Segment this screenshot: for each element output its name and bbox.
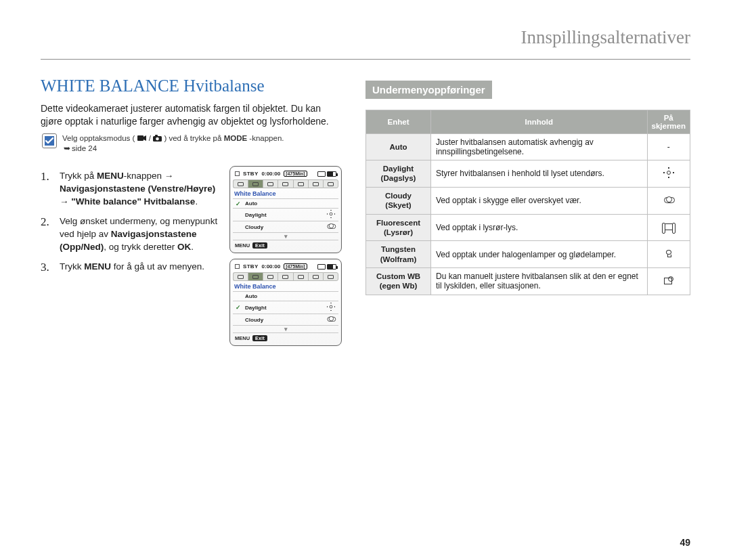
lcd-tab bbox=[263, 179, 278, 188]
table-row: Fluorescent(Lysrør)Ved opptak i lysrør-l… bbox=[366, 214, 690, 241]
mode-note-post: ) ved å trykke på bbox=[164, 134, 223, 142]
step-1: 1. Trykk på MENU-knappen → Navigasjonsta… bbox=[41, 170, 221, 209]
lcd-footer: MENUExit bbox=[233, 242, 338, 249]
th-unit: Enhet bbox=[366, 110, 431, 134]
check-mark-icon bbox=[236, 317, 241, 322]
lcd-topbar: STBY0:00:00[475Min] bbox=[233, 262, 338, 272]
lcd-tab bbox=[323, 272, 338, 281]
lcd-screen-2: STBY0:00:00[475Min]White BalanceAuto✓Day… bbox=[229, 259, 342, 346]
step-text: Trykk MENU for å gå ut av menyen. bbox=[60, 261, 204, 274]
lcd-menu: Auto✓DaylightCloudy▾ bbox=[233, 291, 338, 333]
table-row: AutoJuster hvitbalansen automatisk avhen… bbox=[366, 134, 690, 160]
custom-wb-icon bbox=[664, 276, 673, 284]
exit-button: Exit bbox=[252, 335, 267, 341]
cell-unit: Cloudy(Skyet) bbox=[366, 187, 431, 214]
mode-note-text: Velg opptaksmodus ( / ) ved å trykke på … bbox=[62, 133, 284, 154]
table-row: Cloudy(Skyet)Ved opptak i skygge eller o… bbox=[366, 187, 690, 214]
intro-text: Dette videokameraet justerer automatisk … bbox=[41, 102, 342, 128]
lcd-tab bbox=[293, 179, 308, 188]
svg-point-3 bbox=[156, 137, 159, 140]
stby-label: STBY bbox=[243, 171, 259, 177]
sun-icon bbox=[328, 211, 334, 218]
table-row: Daylight(Dagslys)Styrer hvitbalansen i h… bbox=[366, 160, 690, 188]
lcd-topbar: STBY0:00:00[475Min] bbox=[233, 169, 338, 179]
mode-note: Velg opptaksmodus ( / ) ved å trykke på … bbox=[42, 133, 342, 154]
cell-icon bbox=[647, 241, 690, 268]
chevron-down-icon: ▾ bbox=[284, 233, 288, 240]
lcd-tab bbox=[278, 272, 292, 281]
cell-icon bbox=[647, 187, 690, 214]
menu-item: ✓Daylight bbox=[233, 301, 338, 314]
lcd-tab bbox=[323, 179, 338, 188]
menu-label: MENU bbox=[235, 242, 250, 249]
svg-rect-4 bbox=[155, 135, 158, 137]
tab-glyph-icon bbox=[267, 275, 273, 279]
tab-glyph-icon bbox=[298, 275, 304, 279]
cell-unit: Fluorescent(Lysrør) bbox=[366, 214, 431, 241]
menu-item: Daylight bbox=[233, 209, 338, 221]
cell-unit: Tungsten(Wolfram) bbox=[366, 241, 431, 268]
menu-item-icon bbox=[326, 223, 336, 231]
cloud-icon bbox=[327, 223, 334, 229]
step-2: 2. Velg ønsket undermeny, og menypunkt v… bbox=[41, 215, 221, 254]
svg-rect-1 bbox=[137, 135, 143, 141]
sun-icon bbox=[328, 304, 334, 311]
menu-item-label: Cloudy bbox=[245, 224, 322, 230]
lcd-tabs bbox=[233, 272, 338, 281]
check-mark-icon: ✓ bbox=[236, 201, 241, 207]
cell-content: Du kan manuelt justere hvitbalansen slik… bbox=[431, 268, 648, 295]
lcd-tab bbox=[233, 179, 248, 188]
duration-badge: [475Min] bbox=[284, 171, 307, 177]
menu-item-label: Auto bbox=[245, 293, 322, 299]
duration-badge: [475Min] bbox=[284, 263, 307, 270]
cell-content: Styrer hvitbalansen i henhold til lyset … bbox=[431, 160, 648, 188]
lcd-tabs bbox=[233, 179, 338, 188]
step-number: 2. bbox=[41, 215, 53, 229]
battery-icon bbox=[327, 171, 336, 177]
link-arrow-icon: ➥ bbox=[64, 144, 70, 153]
fluorescent-icon bbox=[663, 223, 674, 230]
video-icon bbox=[137, 134, 149, 142]
step-3: 3. Trykk MENU for å gå ut av menyen. bbox=[41, 261, 221, 274]
tab-glyph-icon bbox=[328, 182, 334, 186]
step-text: Velg ønsket undermeny, og menypunkt ved … bbox=[60, 215, 221, 254]
scroll-indicator: ▾ bbox=[233, 233, 338, 240]
lcd-screen-1: STBY0:00:00[475Min]White Balance✓AutoDay… bbox=[229, 166, 342, 253]
time-label: 0:00:00 bbox=[262, 171, 281, 177]
menu-item-icon bbox=[326, 303, 336, 312]
page-number: 49 bbox=[680, 537, 690, 548]
lcd-menu: ✓AutoDaylightCloudy▾ bbox=[233, 198, 338, 240]
submenu-heading: Undermenyoppføringer bbox=[366, 81, 492, 99]
menu-label: MENU bbox=[235, 335, 250, 341]
battery-icon bbox=[327, 264, 336, 270]
lcd-tab bbox=[263, 272, 278, 281]
cell-icon bbox=[647, 160, 690, 188]
tab-glyph-icon bbox=[282, 275, 288, 279]
rec-dot-icon bbox=[235, 171, 240, 176]
chevron-down-icon: ▾ bbox=[284, 326, 288, 332]
header-rule bbox=[41, 59, 690, 60]
photo-icon bbox=[153, 134, 164, 142]
lcd-tab bbox=[278, 179, 292, 188]
mode-note-pre: Velg opptaksmodus ( bbox=[62, 134, 135, 142]
check-mark-icon bbox=[236, 294, 241, 299]
cell-unit: Custom WB(egen Wb) bbox=[366, 268, 431, 295]
mode-note-end: -knappen. bbox=[249, 134, 284, 142]
lcd-section-title: White Balance bbox=[234, 283, 337, 290]
cell-content: Ved opptak i skygge eller overskyet vær. bbox=[431, 187, 648, 214]
menu-item-label: Daylight bbox=[245, 212, 322, 218]
time-label: 0:00:00 bbox=[262, 263, 281, 270]
lcd-tab bbox=[233, 272, 248, 281]
cell-icon bbox=[647, 268, 690, 295]
cell-content: Juster hvitbalansen automatisk avhengig … bbox=[431, 134, 648, 160]
bulb-icon bbox=[665, 249, 673, 257]
step-number: 3. bbox=[41, 261, 53, 274]
options-tbody: AutoJuster hvitbalansen automatisk avhen… bbox=[366, 134, 690, 295]
table-row: Custom WB(egen Wb)Du kan manuelt justere… bbox=[366, 268, 690, 295]
tab-glyph-icon bbox=[238, 182, 244, 186]
lcd-tab bbox=[248, 179, 263, 188]
menu-item-label: Auto bbox=[245, 200, 322, 207]
table-row: Tungsten(Wolfram)Ved opptak under haloge… bbox=[366, 241, 690, 268]
check-mark-icon bbox=[236, 224, 241, 230]
cell-icon bbox=[647, 214, 690, 241]
